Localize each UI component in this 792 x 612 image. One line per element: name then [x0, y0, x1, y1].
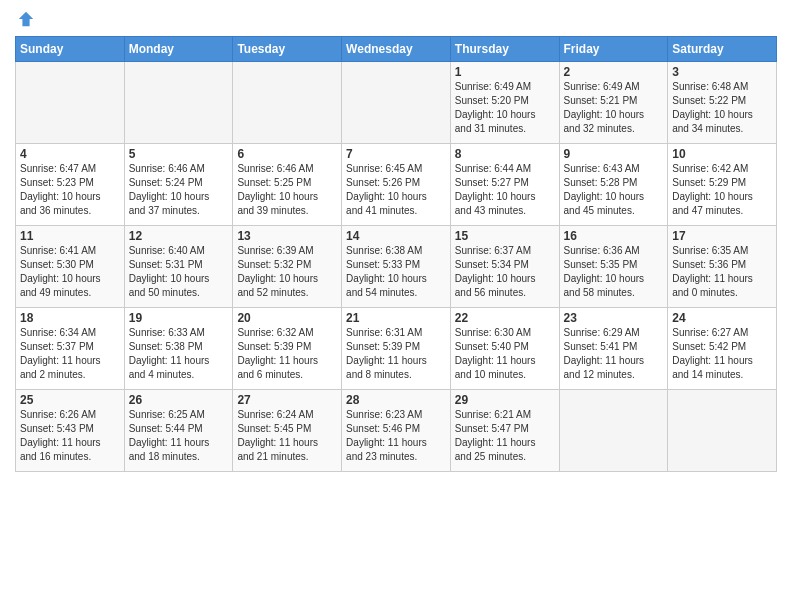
cell-content: Sunrise: 6:41 AM Sunset: 5:30 PM Dayligh…: [20, 244, 120, 300]
calendar-cell: 22Sunrise: 6:30 AM Sunset: 5:40 PM Dayli…: [450, 308, 559, 390]
day-number: 10: [672, 147, 772, 161]
calendar-cell: 14Sunrise: 6:38 AM Sunset: 5:33 PM Dayli…: [342, 226, 451, 308]
cell-content: Sunrise: 6:30 AM Sunset: 5:40 PM Dayligh…: [455, 326, 555, 382]
calendar-cell: 15Sunrise: 6:37 AM Sunset: 5:34 PM Dayli…: [450, 226, 559, 308]
day-number: 6: [237, 147, 337, 161]
calendar-cell: [668, 390, 777, 472]
day-number: 28: [346, 393, 446, 407]
day-number: 5: [129, 147, 229, 161]
calendar-header-row: SundayMondayTuesdayWednesdayThursdayFrid…: [16, 37, 777, 62]
cell-content: Sunrise: 6:25 AM Sunset: 5:44 PM Dayligh…: [129, 408, 229, 464]
calendar-cell: 4Sunrise: 6:47 AM Sunset: 5:23 PM Daylig…: [16, 144, 125, 226]
cell-content: Sunrise: 6:43 AM Sunset: 5:28 PM Dayligh…: [564, 162, 664, 218]
calendar-cell: [16, 62, 125, 144]
logo: [15, 10, 35, 28]
calendar-cell: 7Sunrise: 6:45 AM Sunset: 5:26 PM Daylig…: [342, 144, 451, 226]
calendar-cell: 28Sunrise: 6:23 AM Sunset: 5:46 PM Dayli…: [342, 390, 451, 472]
day-number: 4: [20, 147, 120, 161]
cell-content: Sunrise: 6:36 AM Sunset: 5:35 PM Dayligh…: [564, 244, 664, 300]
day-number: 8: [455, 147, 555, 161]
day-number: 17: [672, 229, 772, 243]
calendar-header-thursday: Thursday: [450, 37, 559, 62]
calendar-header-sunday: Sunday: [16, 37, 125, 62]
day-number: 3: [672, 65, 772, 79]
cell-content: Sunrise: 6:47 AM Sunset: 5:23 PM Dayligh…: [20, 162, 120, 218]
logo-icon: [17, 10, 35, 28]
calendar-cell: 24Sunrise: 6:27 AM Sunset: 5:42 PM Dayli…: [668, 308, 777, 390]
calendar-cell: [124, 62, 233, 144]
cell-content: Sunrise: 6:34 AM Sunset: 5:37 PM Dayligh…: [20, 326, 120, 382]
day-number: 24: [672, 311, 772, 325]
calendar-cell: [233, 62, 342, 144]
cell-content: Sunrise: 6:49 AM Sunset: 5:21 PM Dayligh…: [564, 80, 664, 136]
calendar-cell: 12Sunrise: 6:40 AM Sunset: 5:31 PM Dayli…: [124, 226, 233, 308]
cell-content: Sunrise: 6:46 AM Sunset: 5:24 PM Dayligh…: [129, 162, 229, 218]
cell-content: Sunrise: 6:44 AM Sunset: 5:27 PM Dayligh…: [455, 162, 555, 218]
day-number: 27: [237, 393, 337, 407]
cell-content: Sunrise: 6:33 AM Sunset: 5:38 PM Dayligh…: [129, 326, 229, 382]
cell-content: Sunrise: 6:26 AM Sunset: 5:43 PM Dayligh…: [20, 408, 120, 464]
day-number: 21: [346, 311, 446, 325]
day-number: 14: [346, 229, 446, 243]
calendar-cell: 29Sunrise: 6:21 AM Sunset: 5:47 PM Dayli…: [450, 390, 559, 472]
day-number: 22: [455, 311, 555, 325]
cell-content: Sunrise: 6:29 AM Sunset: 5:41 PM Dayligh…: [564, 326, 664, 382]
calendar-cell: 25Sunrise: 6:26 AM Sunset: 5:43 PM Dayli…: [16, 390, 125, 472]
day-number: 16: [564, 229, 664, 243]
calendar-cell: [559, 390, 668, 472]
header: [15, 10, 777, 28]
calendar-week-4: 18Sunrise: 6:34 AM Sunset: 5:37 PM Dayli…: [16, 308, 777, 390]
cell-content: Sunrise: 6:46 AM Sunset: 5:25 PM Dayligh…: [237, 162, 337, 218]
day-number: 23: [564, 311, 664, 325]
day-number: 15: [455, 229, 555, 243]
cell-content: Sunrise: 6:21 AM Sunset: 5:47 PM Dayligh…: [455, 408, 555, 464]
cell-content: Sunrise: 6:32 AM Sunset: 5:39 PM Dayligh…: [237, 326, 337, 382]
main-container: SundayMondayTuesdayWednesdayThursdayFrid…: [0, 0, 792, 477]
day-number: 19: [129, 311, 229, 325]
calendar-cell: 5Sunrise: 6:46 AM Sunset: 5:24 PM Daylig…: [124, 144, 233, 226]
cell-content: Sunrise: 6:27 AM Sunset: 5:42 PM Dayligh…: [672, 326, 772, 382]
cell-content: Sunrise: 6:40 AM Sunset: 5:31 PM Dayligh…: [129, 244, 229, 300]
calendar-week-2: 4Sunrise: 6:47 AM Sunset: 5:23 PM Daylig…: [16, 144, 777, 226]
calendar-cell: 1Sunrise: 6:49 AM Sunset: 5:20 PM Daylig…: [450, 62, 559, 144]
cell-content: Sunrise: 6:48 AM Sunset: 5:22 PM Dayligh…: [672, 80, 772, 136]
cell-content: Sunrise: 6:39 AM Sunset: 5:32 PM Dayligh…: [237, 244, 337, 300]
calendar-header-friday: Friday: [559, 37, 668, 62]
day-number: 11: [20, 229, 120, 243]
day-number: 9: [564, 147, 664, 161]
day-number: 12: [129, 229, 229, 243]
calendar-header-wednesday: Wednesday: [342, 37, 451, 62]
calendar-cell: 18Sunrise: 6:34 AM Sunset: 5:37 PM Dayli…: [16, 308, 125, 390]
calendar-cell: 20Sunrise: 6:32 AM Sunset: 5:39 PM Dayli…: [233, 308, 342, 390]
calendar-week-3: 11Sunrise: 6:41 AM Sunset: 5:30 PM Dayli…: [16, 226, 777, 308]
calendar-table: SundayMondayTuesdayWednesdayThursdayFrid…: [15, 36, 777, 472]
day-number: 18: [20, 311, 120, 325]
calendar-cell: 8Sunrise: 6:44 AM Sunset: 5:27 PM Daylig…: [450, 144, 559, 226]
calendar-cell: [342, 62, 451, 144]
calendar-header-saturday: Saturday: [668, 37, 777, 62]
calendar-cell: 2Sunrise: 6:49 AM Sunset: 5:21 PM Daylig…: [559, 62, 668, 144]
calendar-cell: 23Sunrise: 6:29 AM Sunset: 5:41 PM Dayli…: [559, 308, 668, 390]
day-number: 20: [237, 311, 337, 325]
calendar-week-5: 25Sunrise: 6:26 AM Sunset: 5:43 PM Dayli…: [16, 390, 777, 472]
calendar-header-tuesday: Tuesday: [233, 37, 342, 62]
calendar-cell: 17Sunrise: 6:35 AM Sunset: 5:36 PM Dayli…: [668, 226, 777, 308]
calendar-cell: 9Sunrise: 6:43 AM Sunset: 5:28 PM Daylig…: [559, 144, 668, 226]
calendar-cell: 19Sunrise: 6:33 AM Sunset: 5:38 PM Dayli…: [124, 308, 233, 390]
cell-content: Sunrise: 6:38 AM Sunset: 5:33 PM Dayligh…: [346, 244, 446, 300]
day-number: 1: [455, 65, 555, 79]
day-number: 7: [346, 147, 446, 161]
calendar-cell: 16Sunrise: 6:36 AM Sunset: 5:35 PM Dayli…: [559, 226, 668, 308]
day-number: 25: [20, 393, 120, 407]
day-number: 26: [129, 393, 229, 407]
calendar-cell: 13Sunrise: 6:39 AM Sunset: 5:32 PM Dayli…: [233, 226, 342, 308]
day-number: 29: [455, 393, 555, 407]
calendar-cell: 10Sunrise: 6:42 AM Sunset: 5:29 PM Dayli…: [668, 144, 777, 226]
calendar-cell: 3Sunrise: 6:48 AM Sunset: 5:22 PM Daylig…: [668, 62, 777, 144]
calendar-week-1: 1Sunrise: 6:49 AM Sunset: 5:20 PM Daylig…: [16, 62, 777, 144]
cell-content: Sunrise: 6:23 AM Sunset: 5:46 PM Dayligh…: [346, 408, 446, 464]
cell-content: Sunrise: 6:42 AM Sunset: 5:29 PM Dayligh…: [672, 162, 772, 218]
calendar-cell: 26Sunrise: 6:25 AM Sunset: 5:44 PM Dayli…: [124, 390, 233, 472]
cell-content: Sunrise: 6:37 AM Sunset: 5:34 PM Dayligh…: [455, 244, 555, 300]
calendar-cell: 6Sunrise: 6:46 AM Sunset: 5:25 PM Daylig…: [233, 144, 342, 226]
